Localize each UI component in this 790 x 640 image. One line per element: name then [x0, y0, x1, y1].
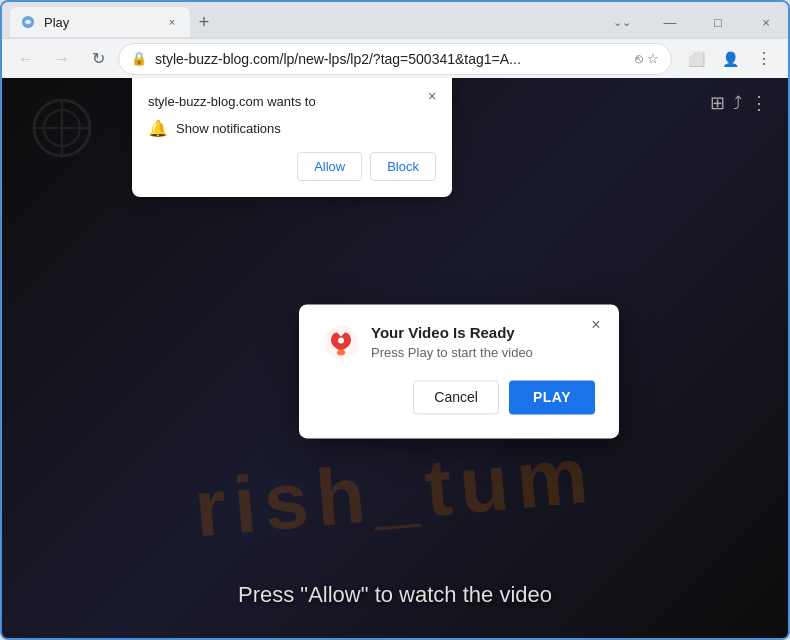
- svg-point-6: [337, 349, 345, 355]
- window-close-button[interactable]: ×: [744, 6, 788, 38]
- profile-icon-button[interactable]: 👤: [714, 43, 746, 75]
- notification-item-row: 🔔 Show notifications: [148, 119, 436, 138]
- navigation-bar: ← → ↻ 🔒 style-buzz-blog.com/lp/new-lps/l…: [2, 38, 788, 78]
- overlay-instruction-text: Press "Allow" to watch the video: [238, 582, 552, 608]
- play-button[interactable]: PLAY: [509, 380, 595, 414]
- page-toolbar: ⊞ ⤴ ⋮: [710, 92, 768, 114]
- extension-icon-button[interactable]: ⬜: [680, 43, 712, 75]
- modal-text-block: Your Video Is Ready Press Play to start …: [371, 324, 533, 360]
- window-minimize-button[interactable]: —: [648, 6, 692, 38]
- share-address-icon[interactable]: ⎋: [635, 51, 643, 66]
- site-logo: [32, 98, 92, 162]
- more-page-icon[interactable]: ⋮: [750, 92, 768, 114]
- tab-favicon: [20, 14, 36, 30]
- window-controls: ⌄⌄ — □ ×: [600, 6, 788, 38]
- allow-button[interactable]: Allow: [297, 152, 362, 181]
- notification-item-label: Show notifications: [176, 121, 281, 136]
- notification-popup: × style-buzz-blog.com wants to 🔔 Show no…: [132, 78, 452, 197]
- cancel-button[interactable]: Cancel: [413, 380, 499, 414]
- window-maximize-button[interactable]: □: [696, 6, 740, 38]
- address-icons: ⎋ ☆: [635, 51, 659, 66]
- address-bar[interactable]: 🔒 style-buzz-blog.com/lp/new-lps/lp2/?ta…: [118, 43, 672, 75]
- bookmark-icon[interactable]: ☆: [647, 51, 659, 66]
- video-modal: × Your Video Is Ready Press Play to star…: [299, 304, 619, 438]
- share-page-icon[interactable]: ⤴: [733, 93, 742, 114]
- refresh-button[interactable]: ↻: [82, 43, 114, 75]
- forward-button[interactable]: →: [46, 43, 78, 75]
- modal-title: Your Video Is Ready: [371, 324, 533, 341]
- back-button[interactable]: ←: [10, 43, 42, 75]
- modal-header: Your Video Is Ready Press Play to start …: [323, 324, 595, 360]
- modal-buttons: Cancel PLAY: [323, 380, 595, 414]
- notification-close-button[interactable]: ×: [422, 86, 442, 106]
- add-page-icon[interactable]: ⊞: [710, 92, 725, 114]
- notification-title: style-buzz-blog.com wants to: [148, 94, 436, 109]
- toolbar-icons: ⬜ 👤 ⋮: [680, 43, 780, 75]
- tab-close-button[interactable]: ×: [164, 14, 180, 30]
- more-options-button[interactable]: ⋮: [748, 43, 780, 75]
- address-text: style-buzz-blog.com/lp/new-lps/lp2/?tag=…: [155, 51, 627, 67]
- modal-close-button[interactable]: ×: [585, 314, 607, 336]
- browser-tab[interactable]: Play ×: [10, 7, 190, 37]
- bell-icon: 🔔: [148, 119, 168, 138]
- lock-icon: 🔒: [131, 51, 147, 66]
- page-content: rish_tum ⊞ ⤴ ⋮ Press "Allow" to watch th…: [2, 78, 788, 638]
- window-chevron-button[interactable]: ⌄⌄: [600, 6, 644, 38]
- modal-rocket-icon: [323, 324, 359, 360]
- block-button[interactable]: Block: [370, 152, 436, 181]
- new-tab-button[interactable]: +: [190, 8, 218, 36]
- modal-subtitle: Press Play to start the video: [371, 345, 533, 360]
- svg-point-7: [338, 337, 344, 343]
- tab-title: Play: [44, 15, 69, 30]
- browser-window: Play × + ⌄⌄ — □ × ← → ↻ 🔒 style-buzz-blo…: [0, 0, 790, 640]
- notification-buttons: Allow Block: [148, 152, 436, 181]
